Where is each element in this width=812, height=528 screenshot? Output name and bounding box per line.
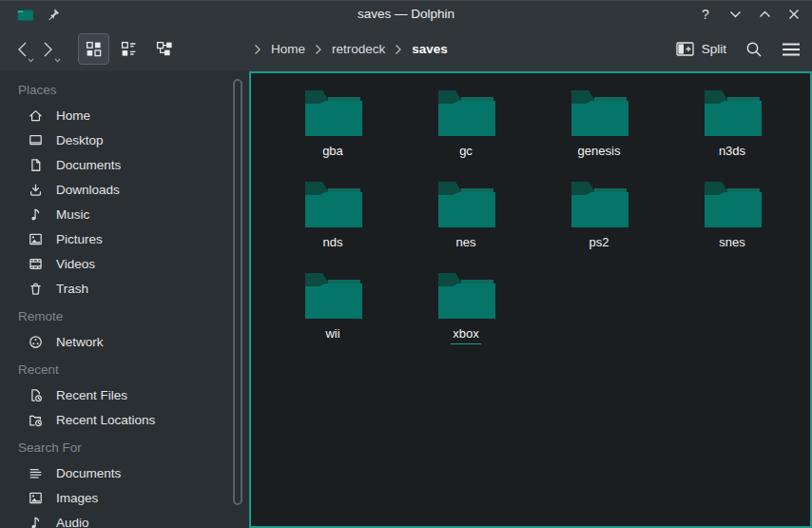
sidebar-item-search-images[interactable]: Images [0,485,249,510]
sidebar-item-network[interactable]: Network [0,329,249,354]
sidebar-item-label: Trash [56,282,88,296]
toolbar: Home retrodeck saves Split [0,27,812,71]
folder-label: gc [457,144,474,162]
section-header-search-for: Search For [0,436,249,460]
breadcrumb-item-saves[interactable]: saves [408,40,452,58]
image-icon [28,490,44,506]
sidebar-item-label: Audio [56,516,89,528]
folder-view[interactable]: gba gc genesis n3ds nds nes [249,71,812,528]
sidebar-item-search-documents[interactable]: Documents [0,460,249,485]
split-button[interactable]: Split [676,42,726,56]
breadcrumb-item-retrodeck[interactable]: retrodeck [328,40,389,58]
folder-label: wii [323,326,341,344]
folder-icon [436,271,495,321]
sidebar-item-recent-locations[interactable]: Recent Locations [0,407,249,432]
sidebar-item-home[interactable]: Home [0,103,249,127]
sidebar-item-search-audio[interactable]: Audio [0,510,249,528]
folder-grid: gba gc genesis n3ds nds nes [251,73,810,362]
back-history-dropdown-icon [28,58,34,63]
close-button[interactable] [783,5,804,24]
details-view-icon [121,41,137,57]
titlebar: saves — Dolphin ? [0,0,812,27]
details-view-button[interactable] [113,33,145,65]
chevron-right-icon [395,44,402,55]
recent-locations-icon [28,412,44,428]
sidebar-item-documents[interactable]: Documents [0,152,249,177]
sidebar-item-label: Documents [56,466,121,480]
document-icon [28,157,44,173]
trash-icon [28,281,44,297]
download-icon [28,182,44,198]
places-panel: Places Home Desktop Documents Downloads … [0,71,249,528]
breadcrumb-item-home[interactable]: Home [267,40,309,58]
sidebar-item-label: Home [56,108,90,123]
folder-item-gba[interactable]: gba [266,88,399,179]
sidebar-item-music[interactable]: Music [0,202,249,226]
folder-label: snes [717,235,746,253]
home-icon [28,108,44,124]
folder-item-n3ds[interactable]: n3ds [666,88,799,179]
hamburger-menu-icon [782,43,801,56]
folder-icon [436,88,495,138]
folder-icon [303,88,362,138]
folder-item-snes[interactable]: snes [666,179,799,270]
sidebar-item-label: Recent Files [56,388,127,402]
network-icon [28,334,44,350]
image-icon [28,231,44,247]
sidebar-item-label: Recent Locations [56,413,155,427]
folder-label: gba [320,144,345,162]
tree-view-button[interactable] [148,33,180,65]
text-lines-icon [28,465,44,481]
folder-icon [570,180,628,229]
help-button[interactable]: ? [695,5,716,24]
icons-view-icon [86,41,102,57]
back-button[interactable] [13,34,30,65]
recent-files-icon [28,387,44,403]
window-title: saves — Dolphin [0,7,812,21]
folder-item-nes[interactable]: nes [399,179,532,270]
folder-icon [303,271,362,321]
sidebar-item-videos[interactable]: Videos [0,251,249,276]
sidebar-scrollbar[interactable] [233,79,242,505]
folder-icon [570,88,628,138]
folder-item-nds[interactable]: nds [266,179,399,270]
icons-view-button[interactable] [78,33,109,65]
sidebar-item-label: Pictures [56,232,103,246]
music-note-icon [28,515,44,528]
folder-icon [303,180,362,229]
sidebar-item-label: Desktop [56,133,104,147]
folder-item-ps2[interactable]: ps2 [532,179,666,270]
sidebar-item-pictures[interactable]: Pictures [0,226,249,251]
chevron-right-icon [315,44,322,55]
sidebar-item-recent-files[interactable]: Recent Files [0,382,249,407]
folder-item-genesis[interactable]: genesis [532,88,666,179]
app-folder-icon [17,8,33,21]
forward-button[interactable] [40,34,57,65]
folder-item-gc[interactable]: gc [399,88,532,179]
sidebar-item-downloads[interactable]: Downloads [0,177,249,202]
view-mode-group [78,33,180,65]
folder-item-wii[interactable]: wii [266,270,399,362]
music-note-icon [28,206,44,223]
breadcrumb: Home retrodeck saves [254,40,452,58]
search-button[interactable] [745,41,763,58]
sidebar-item-label: Music [56,207,89,222]
sidebar-item-label: Images [56,491,98,505]
chevron-right-icon [254,44,261,55]
forward-history-dropdown-icon [54,58,61,63]
sidebar-item-trash[interactable]: Trash [0,276,249,301]
folder-item-xbox[interactable]: xbox [399,270,532,362]
folder-label: ps2 [588,235,611,253]
sidebar-item-label: Documents [56,158,121,172]
tree-view-icon [156,41,173,57]
sidebar-item-label: Network [56,335,104,349]
sidebar-item-desktop[interactable]: Desktop [0,127,249,152]
folder-label: nds [321,235,345,253]
sidebar-item-label: Downloads [56,183,120,197]
pin-icon[interactable] [47,8,60,21]
minimize-button[interactable] [725,5,745,24]
maximize-button[interactable] [754,5,775,24]
desktop-icon [28,132,44,148]
menu-button[interactable] [782,43,801,56]
folder-label: xbox [451,326,480,344]
